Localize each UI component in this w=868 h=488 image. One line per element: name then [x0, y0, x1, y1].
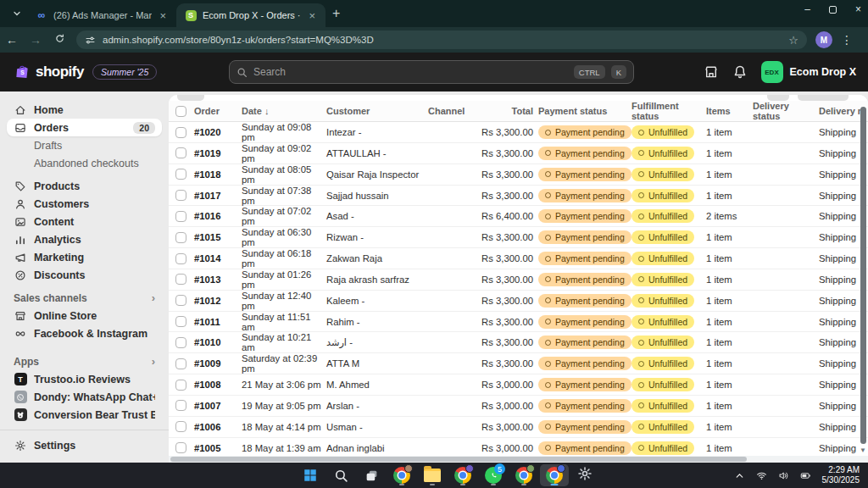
sidebar-item-dondy-whatsapp-chat-[interactable]: Dondy: WhatsApp Chat+...: [7, 388, 162, 406]
column-header-fulfillment-status[interactable]: Fulfillment status: [632, 101, 706, 121]
sidebar-item-conversion-bear-trust-ba-[interactable]: Conversion Bear Trust Ba...: [7, 406, 162, 424]
taskbar-chrome-button[interactable]: [448, 464, 477, 486]
window-maximize-button[interactable]: [829, 6, 837, 14]
address-bar[interactable]: admin.shopify.com/store/80yn1z-uk/orders…: [76, 30, 807, 49]
order-number[interactable]: #1014: [194, 253, 242, 263]
order-number[interactable]: #1017: [194, 191, 242, 201]
storefront-icon[interactable]: [704, 64, 719, 80]
notifications-bell-icon[interactable]: [732, 64, 748, 80]
order-number[interactable]: #1016: [194, 211, 242, 221]
sidebar-item-products[interactable]: Products: [7, 177, 162, 195]
sidebar-item-analytics[interactable]: Analytics: [7, 230, 162, 248]
order-number[interactable]: #1015: [194, 232, 242, 242]
row-checkbox[interactable]: [175, 295, 186, 306]
order-number[interactable]: #1007: [194, 401, 242, 411]
taskbar-clock[interactable]: 2:29 AM 5/30/2025: [822, 465, 860, 485]
sidebar-item-online-store[interactable]: Online Store: [7, 307, 162, 324]
sidebar-item-home[interactable]: Home: [7, 101, 162, 119]
sidebar-item-customers[interactable]: Customers: [7, 195, 162, 213]
window-close-button[interactable]: ×: [855, 3, 861, 15]
order-number[interactable]: #1018: [194, 169, 242, 180]
taskbar-task-view-button[interactable]: [357, 464, 386, 486]
tray-chevron-up-icon[interactable]: [734, 470, 745, 481]
taskbar-search-button[interactable]: [326, 464, 355, 486]
browser-profile-avatar[interactable]: M: [815, 31, 832, 48]
order-row-1015[interactable]: #1015Sunday at 06:30 pmRizwan -Rs 3,300.…: [169, 227, 868, 248]
order-number[interactable]: #1008: [194, 380, 242, 390]
site-settings-icon[interactable]: [85, 35, 96, 46]
volume-icon[interactable]: [778, 470, 789, 481]
order-row-1014[interactable]: #1014Sunday at 06:18 pmZakwan RajaRs 3,3…: [169, 248, 868, 269]
sidebar-item-drafts[interactable]: Drafts: [7, 136, 162, 154]
browser-tab[interactable]: ∞(26) Ads Manager - Manage ad×: [27, 3, 176, 27]
row-checkbox[interactable]: [175, 380, 186, 391]
order-number[interactable]: #1012: [194, 296, 242, 306]
order-row-1019[interactable]: #1019Sunday at 09:02 pmATTAULLAH -Rs 3,3…: [169, 143, 868, 164]
column-header-items[interactable]: Items: [706, 106, 753, 116]
taskbar-settings-button[interactable]: [570, 464, 599, 486]
sidebar-section-sales-channels[interactable]: Sales channels›: [7, 289, 162, 307]
sidebar-section-apps[interactable]: Apps›: [7, 352, 162, 370]
order-row-1012[interactable]: #1012Sunday at 12:40 pmKaleem -Rs 3,300.…: [169, 291, 868, 312]
row-checkbox[interactable]: [175, 421, 186, 432]
row-checkbox[interactable]: [175, 358, 186, 369]
order-row-1020[interactable]: #1020Sunday at 09:08 pmIntezar -Rs 3,300…: [169, 122, 868, 143]
edition-badge[interactable]: Summer '25: [92, 64, 157, 80]
order-number[interactable]: #1011: [194, 317, 242, 327]
row-checkbox[interactable]: [175, 400, 186, 411]
taskbar-chrome-button[interactable]: [387, 464, 416, 486]
sidebar-item-discounts[interactable]: Discounts: [7, 266, 162, 284]
row-checkbox[interactable]: [175, 253, 186, 264]
admin-search-input[interactable]: Search CTRL K: [229, 60, 634, 84]
order-row-1010[interactable]: #1010Sunday at 10:21 amارشد -Rs 3,300.00…: [169, 332, 868, 353]
horizontal-scrollbar[interactable]: [169, 456, 868, 463]
row-checkbox[interactable]: [175, 127, 186, 138]
taskbar-start-button[interactable]: [296, 464, 325, 486]
column-header-order[interactable]: Order: [194, 106, 242, 116]
taskbar-chrome-button[interactable]: [509, 464, 538, 486]
column-header-channel[interactable]: Channel: [428, 106, 475, 116]
scrollbar-down-arrow[interactable]: ▼: [860, 446, 866, 454]
order-row-1008[interactable]: #100821 May at 3:06 pmM. AhmedRs 3,000.0…: [169, 374, 868, 396]
order-row-1006[interactable]: #100618 May at 4:14 pmUsman -Rs 3,000.00…: [169, 417, 868, 438]
order-number[interactable]: #1013: [194, 274, 242, 285]
column-header-customer[interactable]: Customer: [326, 106, 428, 116]
row-checkbox[interactable]: [175, 147, 186, 158]
battery-icon[interactable]: [800, 470, 811, 481]
row-checkbox[interactable]: [175, 274, 186, 285]
vertical-scrollbar[interactable]: [860, 107, 866, 444]
column-header-payment-status[interactable]: Payment status: [538, 106, 632, 116]
order-number[interactable]: #1020: [194, 127, 242, 137]
order-number[interactable]: #1005: [194, 443, 242, 453]
partial-toolbar-button[interactable]: [177, 95, 204, 101]
column-header-total[interactable]: Total: [475, 106, 538, 116]
order-number[interactable]: #1010: [194, 337, 242, 347]
wifi-icon[interactable]: [756, 470, 767, 481]
row-checkbox[interactable]: [175, 169, 186, 180]
order-row-1017[interactable]: #1017Sunday at 07:38 pmSajjad hussainRs …: [169, 186, 868, 207]
order-number[interactable]: #1009: [194, 358, 242, 369]
sidebar-item-trustoo-io-reviews[interactable]: TTrustoo.io Reviews: [7, 370, 162, 388]
new-tab-button[interactable]: +: [332, 6, 340, 21]
sidebar-item-facebook-instagram[interactable]: Facebook & Instagram: [7, 324, 162, 342]
tab-search-button[interactable]: [7, 5, 27, 22]
order-number[interactable]: #1019: [194, 148, 242, 158]
sidebar-item-abandoned-checkouts[interactable]: Abandoned checkouts: [7, 154, 162, 172]
sidebar-item-settings[interactable]: Settings: [7, 436, 162, 454]
order-row-1013[interactable]: #1013Sunday at 01:26 pmRaja akrash sarfr…: [169, 269, 868, 291]
shopify-logo[interactable]: S shopify: [14, 64, 84, 80]
browser-tab[interactable]: SEcom Drop X - Orders · Shopify×: [176, 3, 326, 27]
row-checkbox[interactable]: [175, 232, 186, 243]
column-header-delivery-status[interactable]: Delivery status: [753, 101, 819, 121]
tab-close-icon[interactable]: ×: [307, 9, 317, 22]
taskbar-explorer-button[interactable]: [418, 464, 447, 486]
tab-close-icon[interactable]: ×: [158, 9, 168, 22]
partial-toolbar-button[interactable]: [798, 95, 849, 101]
taskbar-whatsapp-button[interactable]: 5: [479, 464, 508, 486]
order-number[interactable]: #1006: [194, 422, 242, 432]
row-checkbox[interactable]: [175, 190, 186, 201]
order-row-1005[interactable]: #100518 May at 1:39 amAdnan inglabiRs 3,…: [169, 438, 868, 456]
select-all-checkbox[interactable]: [175, 106, 186, 117]
sidebar-item-orders[interactable]: Orders20: [7, 119, 162, 136]
order-row-1009[interactable]: #1009Saturday at 02:39 pmATTA MRs 3,300.…: [169, 353, 868, 374]
